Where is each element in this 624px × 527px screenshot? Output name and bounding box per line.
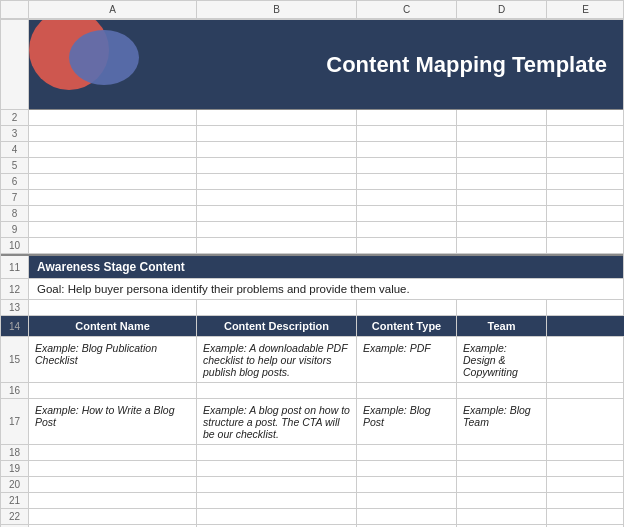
row-5: 5 bbox=[1, 158, 623, 174]
row-num-1 bbox=[1, 20, 29, 110]
col-header-row: A B C D E bbox=[1, 1, 623, 20]
example1-desc: Example: A downloadable PDF checklist to… bbox=[197, 337, 357, 383]
awareness-col-header-team: Team bbox=[457, 316, 547, 337]
row-2: 2 bbox=[1, 110, 623, 126]
row-7: 7 bbox=[1, 190, 623, 206]
row-20: 20 bbox=[1, 477, 623, 493]
decorative-circle-blue bbox=[69, 30, 139, 85]
awareness-col-header-desc: Content Description bbox=[197, 316, 357, 337]
example1-team: Example: Design & Copywriting bbox=[457, 337, 547, 383]
row-3: 3 bbox=[1, 126, 623, 142]
example1-name: Example: Blog Publication Checklist bbox=[29, 337, 197, 383]
row-18: 18 bbox=[1, 445, 623, 461]
row-21: 21 bbox=[1, 493, 623, 509]
awareness-section-label: Awareness Stage Content bbox=[29, 256, 623, 279]
row-11-awareness-header: 11 Awareness Stage Content bbox=[1, 254, 623, 279]
row-10: 10 bbox=[1, 238, 623, 254]
awareness-goal-text: Goal: Help buyer persona identify their … bbox=[29, 279, 623, 300]
row-14-col-headers: 14 Content Name Content Description Cont… bbox=[1, 316, 623, 337]
col-header-a: A bbox=[29, 1, 197, 19]
row-22: 22 bbox=[1, 509, 623, 525]
row-17-example2: 17 Example: How to Write a Blog Post Exa… bbox=[1, 399, 623, 445]
col-header-e: E bbox=[547, 1, 624, 19]
row-8: 8 bbox=[1, 206, 623, 222]
awareness-col-header-name: Content Name bbox=[29, 316, 197, 337]
row-19: 19 bbox=[1, 461, 623, 477]
row-12-goal: 12 Goal: Help buyer persona identify the… bbox=[1, 279, 623, 300]
awareness-col-header-type: Content Type bbox=[357, 316, 457, 337]
col-header-c: C bbox=[357, 1, 457, 19]
page-title: Content Mapping Template bbox=[326, 52, 607, 78]
corner-cell bbox=[1, 1, 29, 19]
example2-name: Example: How to Write a Blog Post bbox=[29, 399, 197, 445]
title-row: Content Mapping Template bbox=[1, 20, 623, 110]
row-13: 13 bbox=[1, 300, 623, 316]
row-6: 6 bbox=[1, 174, 623, 190]
row-9: 9 bbox=[1, 222, 623, 238]
example2-desc: Example: A blog post on how to structure… bbox=[197, 399, 357, 445]
row-16: 16 bbox=[1, 383, 623, 399]
example1-type: Example: PDF bbox=[357, 337, 457, 383]
example2-type: Example: Blog Post bbox=[357, 399, 457, 445]
col-header-d: D bbox=[457, 1, 547, 19]
col-header-b: B bbox=[197, 1, 357, 19]
example2-team: Example: Blog Team bbox=[457, 399, 547, 445]
spreadsheet-container: A B C D E Content Mapping Template // We… bbox=[0, 0, 624, 527]
row-4: 4 bbox=[1, 142, 623, 158]
row-15-example1: 15 Example: Blog Publication Checklist E… bbox=[1, 337, 623, 383]
